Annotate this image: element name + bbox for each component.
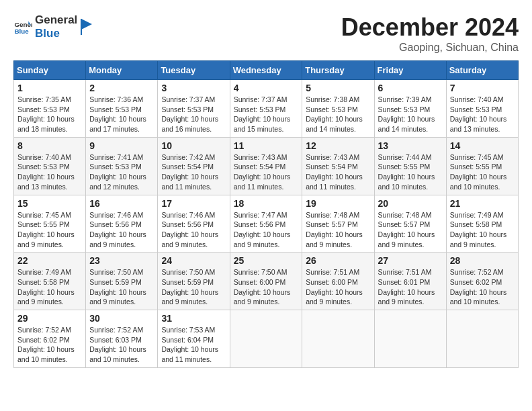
calendar-cell: 16Sunrise: 7:46 AMSunset: 5:56 PMDayligh… <box>86 195 158 253</box>
day-number: 26 <box>306 255 370 266</box>
day-number: 6 <box>378 83 443 93</box>
calendar-cell: 12Sunrise: 7:43 AMSunset: 5:54 PMDayligh… <box>302 137 374 195</box>
calendar-cell: 2Sunrise: 7:36 AMSunset: 5:53 PMDaylight… <box>86 80 158 138</box>
calendar-cell: 14Sunrise: 7:45 AMSunset: 5:55 PMDayligh… <box>446 137 518 195</box>
calendar-cell: 18Sunrise: 7:47 AMSunset: 5:56 PMDayligh… <box>230 195 302 253</box>
day-number: 14 <box>450 140 515 151</box>
day-number: 1 <box>17 83 82 93</box>
day-info: Sunrise: 7:37 AMSunset: 5:53 PMDaylight:… <box>161 95 226 134</box>
calendar-cell: 23Sunrise: 7:50 AMSunset: 5:59 PMDayligh… <box>86 253 158 310</box>
day-number: 7 <box>450 83 515 93</box>
calendar-cell <box>302 310 374 368</box>
page-header: General Blue General Blue December 2024 … <box>13 13 519 54</box>
weekday-header-row: SundayMondayTuesdayWednesdayThursdayFrid… <box>14 61 519 80</box>
day-info: Sunrise: 7:46 AMSunset: 5:56 PMDaylight:… <box>89 210 154 250</box>
day-number: 24 <box>161 255 226 266</box>
day-info: Sunrise: 7:45 AMSunset: 5:55 PMDaylight:… <box>17 210 82 250</box>
weekday-header-saturday: Saturday <box>446 61 518 80</box>
day-info: Sunrise: 7:39 AMSunset: 5:53 PMDaylight:… <box>378 95 443 134</box>
calendar-cell: 10Sunrise: 7:42 AMSunset: 5:54 PMDayligh… <box>158 137 230 195</box>
svg-text:Blue: Blue <box>14 28 29 35</box>
calendar-week-3: 15Sunrise: 7:45 AMSunset: 5:55 PMDayligh… <box>14 195 519 253</box>
calendar-body: 1Sunrise: 7:35 AMSunset: 5:53 PMDaylight… <box>14 80 519 368</box>
day-info: Sunrise: 7:43 AMSunset: 5:54 PMDaylight:… <box>234 152 299 192</box>
weekday-header-thursday: Thursday <box>302 61 374 80</box>
calendar-cell: 8Sunrise: 7:40 AMSunset: 5:53 PMDaylight… <box>14 137 86 195</box>
day-number: 30 <box>89 313 154 324</box>
day-number: 3 <box>161 83 226 93</box>
day-info: Sunrise: 7:50 AMSunset: 5:59 PMDaylight:… <box>161 267 226 307</box>
day-info: Sunrise: 7:46 AMSunset: 5:56 PMDaylight:… <box>161 210 226 250</box>
calendar-cell: 25Sunrise: 7:50 AMSunset: 6:00 PMDayligh… <box>230 253 302 310</box>
day-info: Sunrise: 7:37 AMSunset: 5:53 PMDaylight:… <box>234 95 299 134</box>
day-info: Sunrise: 7:48 AMSunset: 5:57 PMDaylight:… <box>306 210 370 250</box>
day-number: 15 <box>17 198 82 209</box>
title-block: December 2024 Gaoping, Sichuan, China <box>341 13 519 54</box>
calendar-cell: 13Sunrise: 7:44 AMSunset: 5:55 PMDayligh… <box>374 137 446 195</box>
calendar-cell: 7Sunrise: 7:40 AMSunset: 5:53 PMDaylight… <box>446 80 518 138</box>
day-info: Sunrise: 7:45 AMSunset: 5:55 PMDaylight:… <box>450 152 515 192</box>
day-info: Sunrise: 7:49 AMSunset: 5:58 PMDaylight:… <box>17 267 82 307</box>
day-number: 12 <box>306 140 370 151</box>
location: Gaoping, Sichuan, China <box>341 42 519 54</box>
calendar-cell <box>230 310 302 368</box>
day-number: 16 <box>89 198 154 209</box>
day-number: 25 <box>234 255 299 266</box>
day-number: 5 <box>306 83 370 93</box>
day-info: Sunrise: 7:44 AMSunset: 5:55 PMDaylight:… <box>378 152 443 192</box>
day-info: Sunrise: 7:36 AMSunset: 5:53 PMDaylight:… <box>89 95 154 134</box>
day-info: Sunrise: 7:50 AMSunset: 6:00 PMDaylight:… <box>234 267 299 307</box>
calendar-cell: 20Sunrise: 7:48 AMSunset: 5:57 PMDayligh… <box>374 195 446 253</box>
calendar-cell: 19Sunrise: 7:48 AMSunset: 5:57 PMDayligh… <box>302 195 374 253</box>
day-info: Sunrise: 7:52 AMSunset: 6:03 PMDaylight:… <box>89 325 154 365</box>
day-info: Sunrise: 7:43 AMSunset: 5:54 PMDaylight:… <box>306 152 370 192</box>
day-number: 31 <box>161 313 226 324</box>
weekday-header-friday: Friday <box>374 61 446 80</box>
calendar-cell: 1Sunrise: 7:35 AMSunset: 5:53 PMDaylight… <box>14 80 86 138</box>
day-info: Sunrise: 7:40 AMSunset: 5:53 PMDaylight:… <box>17 152 82 192</box>
day-info: Sunrise: 7:51 AMSunset: 6:01 PMDaylight:… <box>378 267 443 307</box>
weekday-header-monday: Monday <box>86 61 158 80</box>
weekday-header-tuesday: Tuesday <box>158 61 230 80</box>
weekday-header-sunday: Sunday <box>14 61 86 80</box>
day-info: Sunrise: 7:40 AMSunset: 5:53 PMDaylight:… <box>450 95 515 134</box>
day-info: Sunrise: 7:51 AMSunset: 6:00 PMDaylight:… <box>306 267 370 307</box>
calendar-cell: 15Sunrise: 7:45 AMSunset: 5:55 PMDayligh… <box>14 195 86 253</box>
day-number: 10 <box>161 140 226 151</box>
day-number: 17 <box>161 198 226 209</box>
day-number: 21 <box>450 198 515 209</box>
day-number: 19 <box>306 198 370 209</box>
day-number: 13 <box>378 140 443 151</box>
calendar-cell: 11Sunrise: 7:43 AMSunset: 5:54 PMDayligh… <box>230 137 302 195</box>
calendar-cell: 29Sunrise: 7:52 AMSunset: 6:02 PMDayligh… <box>14 310 86 368</box>
calendar-cell: 9Sunrise: 7:41 AMSunset: 5:53 PMDaylight… <box>86 137 158 195</box>
day-number: 23 <box>89 255 154 266</box>
logo-general: General <box>35 13 77 27</box>
day-info: Sunrise: 7:53 AMSunset: 6:04 PMDaylight:… <box>161 325 226 365</box>
calendar-cell <box>446 310 518 368</box>
calendar-cell: 4Sunrise: 7:37 AMSunset: 5:53 PMDaylight… <box>230 80 302 138</box>
calendar-table: SundayMondayTuesdayWednesdayThursdayFrid… <box>13 60 519 368</box>
calendar-cell: 5Sunrise: 7:38 AMSunset: 5:53 PMDaylight… <box>302 80 374 138</box>
day-info: Sunrise: 7:35 AMSunset: 5:53 PMDaylight:… <box>17 95 82 134</box>
calendar-cell: 31Sunrise: 7:53 AMSunset: 6:04 PMDayligh… <box>158 310 230 368</box>
calendar-cell <box>374 310 446 368</box>
calendar-cell: 27Sunrise: 7:51 AMSunset: 6:01 PMDayligh… <box>374 253 446 310</box>
day-number: 27 <box>378 255 443 266</box>
calendar-week-2: 8Sunrise: 7:40 AMSunset: 5:53 PMDaylight… <box>14 137 519 195</box>
day-info: Sunrise: 7:38 AMSunset: 5:53 PMDaylight:… <box>306 95 370 134</box>
calendar-cell: 17Sunrise: 7:46 AMSunset: 5:56 PMDayligh… <box>158 195 230 253</box>
weekday-header-wednesday: Wednesday <box>230 61 302 80</box>
day-number: 2 <box>89 83 154 93</box>
calendar-week-5: 29Sunrise: 7:52 AMSunset: 6:02 PMDayligh… <box>14 310 519 368</box>
day-info: Sunrise: 7:42 AMSunset: 5:54 PMDaylight:… <box>161 152 226 192</box>
calendar-header: SundayMondayTuesdayWednesdayThursdayFrid… <box>14 61 519 80</box>
day-info: Sunrise: 7:52 AMSunset: 6:02 PMDaylight:… <box>17 325 82 365</box>
day-number: 11 <box>234 140 299 151</box>
day-number: 8 <box>17 140 82 151</box>
day-info: Sunrise: 7:49 AMSunset: 5:58 PMDaylight:… <box>450 210 515 250</box>
day-number: 4 <box>234 83 299 93</box>
svg-marker-4 <box>81 19 92 30</box>
calendar-cell: 6Sunrise: 7:39 AMSunset: 5:53 PMDaylight… <box>374 80 446 138</box>
day-number: 20 <box>378 198 443 209</box>
